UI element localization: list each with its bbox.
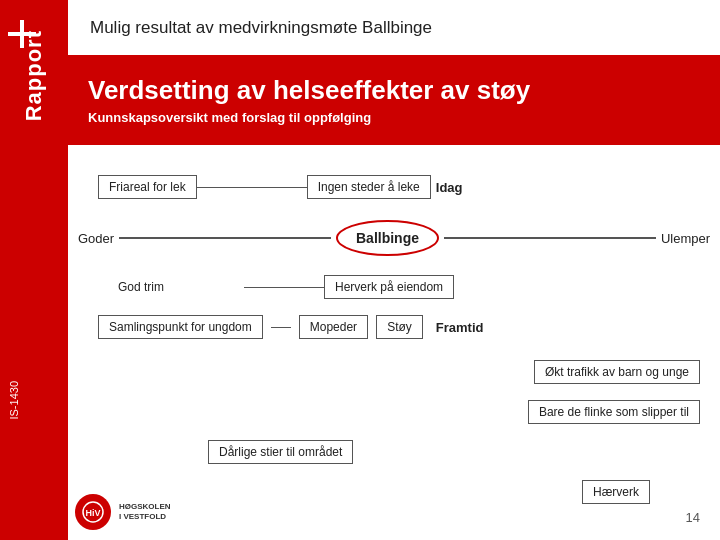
logo-icon: HiV [82,501,104,523]
godtrim-label: God trim [118,280,164,294]
page-title: Mulig resultat av medvirkningsmøte Ballb… [90,18,432,38]
okt-trafikk-box: Økt trafikk av barn og unge [534,360,700,384]
header-banner: Verdsetting av helseeffekter av støy Kun… [68,55,720,145]
sidebar-is-label: IS-1430 [8,381,20,420]
sidebar: Rapport IS-1430 [0,0,68,540]
content-area: Friareal for lek Ingen steder å leke Ida… [68,155,720,540]
header-sub-title: Kunnskapsoversikt med forslag til oppføl… [88,110,720,125]
connector-line-3 [271,327,291,328]
svg-text:HiV: HiV [85,508,100,518]
connector-line-1 [197,187,307,188]
idag-label: Idag [436,180,463,195]
line-left [119,237,331,239]
stoy-box: Støy [376,315,423,339]
framtid-label: Framtid [436,320,484,335]
sidebar-rapport-label: Rapport [21,30,47,121]
logo-text: HØGSKOLEN I VESTFOLD [119,502,171,523]
ballbinge-oval: Ballbinge [336,220,439,256]
ulemper-label: Ulemper [661,231,710,246]
logo-line2: I VESTFOLD [119,512,171,522]
bare-flinke-box: Bare de flinke som slipper til [528,400,700,424]
row4: Samlingspunkt for ungdom Mopeder Støy Fr… [98,315,483,339]
logo-line1: HØGSKOLEN [119,502,171,512]
page-number: 14 [686,510,700,525]
connector-line-2 [244,287,324,288]
darlige-stier-box: Dårlige stier til området [208,440,353,464]
line-right [444,237,656,239]
herverk-box: Herverk på eiendom [324,275,454,299]
goder-label: Goder [78,231,114,246]
logo-circle: HiV [75,494,111,530]
samlingspunkt-box: Samlingspunkt for ungdom [98,315,263,339]
row2-goder-ulemper: Goder Ballbinge Ulemper [78,220,710,256]
ingen-steder-box: Ingen steder å leke [307,175,431,199]
haerverk-box: Hærverk [582,480,650,504]
header-main-title: Verdsetting av helseeffekter av støy [88,75,720,106]
bottom-logo: HiV HØGSKOLEN I VESTFOLD [75,494,171,530]
mopeder-box: Mopeder [299,315,368,339]
friareal-box: Friareal for lek [98,175,197,199]
